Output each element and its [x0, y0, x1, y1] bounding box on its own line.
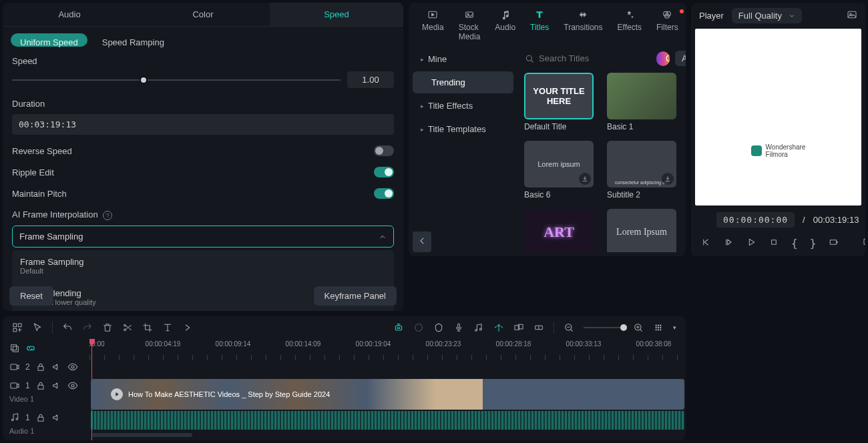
- tile-thumbnail[interactable]: Lorem ipsum: [524, 141, 594, 187]
- reset-button[interactable]: Reset: [9, 286, 53, 306]
- slider-knob[interactable]: [140, 76, 148, 84]
- select-tool[interactable]: [32, 322, 43, 333]
- sidebar-item-title-templates[interactable]: ▸Title Templates: [413, 118, 513, 140]
- lock-icon[interactable]: [35, 380, 46, 391]
- reverse-switch[interactable]: [374, 145, 394, 156]
- pill-speed-ramping[interactable]: Speed Ramping: [93, 33, 174, 47]
- player-quality-dropdown[interactable]: Full Quality: [732, 8, 802, 23]
- ripple-switch[interactable]: [374, 167, 394, 177]
- prev-frame-button[interactable]: [700, 237, 711, 250]
- text-button[interactable]: [162, 322, 173, 333]
- video-layer-icon[interactable]: [9, 362, 20, 372]
- tab-audio[interactable]: Audio: [488, 7, 522, 35]
- magnet-button[interactable]: [493, 322, 504, 333]
- speed-value[interactable]: 1.00: [347, 71, 394, 88]
- timeline-ruler[interactable]: 00:00 00:00:04:19 00:00:09:14 00:00:14:0…: [89, 339, 686, 360]
- tab-transitions[interactable]: Transitions: [557, 7, 609, 35]
- zoom-in-button[interactable]: [633, 322, 644, 333]
- group-button[interactable]: [513, 322, 524, 333]
- audio-sync-button[interactable]: [473, 322, 484, 333]
- tile-thumbnail[interactable]: [607, 73, 676, 119]
- inspector-tab-color[interactable]: Color: [136, 3, 270, 26]
- redo-button[interactable]: [82, 322, 93, 333]
- library-search[interactable]: [524, 53, 651, 64]
- timeline-scrollbar[interactable]: [92, 433, 192, 437]
- title-tile[interactable]: YOUR TITLE HERE Default Title: [524, 73, 594, 131]
- more-tools-button[interactable]: [182, 322, 193, 333]
- slider-knob[interactable]: [620, 324, 627, 331]
- audio-track-icon[interactable]: [9, 412, 20, 423]
- duration-value[interactable]: 00:03:19:13: [12, 114, 394, 135]
- title-tile[interactable]: Lorem Ipsum: [607, 209, 676, 252]
- play-in-button[interactable]: [723, 237, 734, 250]
- tile-thumbnail[interactable]: Lorem Ipsum: [607, 209, 676, 252]
- lock-icon[interactable]: [35, 412, 46, 423]
- sidebar-item-label: Title Effects: [428, 101, 473, 111]
- pill-uniform-speed[interactable]: Uniform Speed: [11, 33, 87, 47]
- link-icon[interactable]: [25, 343, 36, 354]
- stop-button[interactable]: [769, 237, 779, 250]
- snapshot-button[interactable]: [847, 9, 857, 22]
- tab-effects[interactable]: Effects: [611, 7, 648, 35]
- inspector-tab-speed[interactable]: Speed: [270, 3, 403, 26]
- crop-button[interactable]: [142, 322, 153, 333]
- title-tile[interactable]: ART: [524, 209, 594, 252]
- sidebar-item-trending[interactable]: Trending: [413, 71, 513, 93]
- tab-media[interactable]: Media: [415, 7, 451, 35]
- voice-button[interactable]: [453, 322, 464, 333]
- title-tile[interactable]: consectetur adipiscing elit Subtitle 2: [607, 141, 676, 199]
- sidebar-item-mine[interactable]: ▸Mine: [413, 48, 513, 70]
- search-input[interactable]: [539, 53, 651, 63]
- delete-button[interactable]: [102, 322, 113, 333]
- player-canvas[interactable]: WondershareFilmora: [695, 29, 861, 205]
- creative-assets-chip[interactable]: Creative Assets: [656, 51, 670, 66]
- mute-icon[interactable]: [51, 412, 62, 423]
- keyframe-button[interactable]: [533, 322, 544, 333]
- mute-icon[interactable]: [51, 380, 62, 391]
- video-clip[interactable]: How To Make AESTHETIC Videos _ Step by S…: [91, 379, 684, 410]
- inspector-tab-audio[interactable]: Audio: [3, 3, 136, 26]
- tab-filters[interactable]: Filters: [650, 7, 685, 35]
- tile-thumbnail[interactable]: consectetur adipiscing elit: [607, 141, 676, 187]
- interp-select[interactable]: Frame Sampling: [12, 226, 394, 248]
- filter-all-dropdown[interactable]: All: [675, 51, 686, 66]
- video-track-icon[interactable]: [9, 380, 20, 391]
- tile-thumbnail[interactable]: ART: [524, 209, 594, 252]
- layers-icon[interactable]: [9, 343, 20, 354]
- sidebar-item-title-effects[interactable]: ▸Title Effects: [413, 95, 513, 117]
- audio-waveform[interactable]: [91, 411, 684, 430]
- download-icon[interactable]: [579, 173, 591, 185]
- zoom-out-button[interactable]: [564, 322, 574, 333]
- view-grid-button[interactable]: [653, 322, 664, 333]
- lock-icon[interactable]: [35, 362, 46, 372]
- tab-stock-media[interactable]: Stock Media: [452, 7, 487, 44]
- mute-icon[interactable]: [51, 362, 62, 372]
- display-button[interactable]: [863, 237, 865, 250]
- eye-icon[interactable]: [67, 380, 78, 391]
- zoom-slider[interactable]: [584, 327, 624, 328]
- svg-point-37: [656, 330, 656, 330]
- add-track-button[interactable]: [12, 322, 23, 333]
- marker-button[interactable]: [433, 322, 444, 333]
- tile-thumbnail[interactable]: YOUR TITLE HERE: [524, 73, 594, 119]
- play-button[interactable]: [746, 237, 756, 250]
- speed-slider[interactable]: [12, 79, 341, 81]
- sidebar-collapse-button[interactable]: [413, 232, 431, 252]
- dropdown-item-frame-sampling[interactable]: Frame Sampling Default: [12, 250, 394, 282]
- keyframe-panel-button[interactable]: Keyframe Panel: [314, 286, 397, 306]
- undo-button[interactable]: [62, 322, 73, 333]
- ai-robot-button[interactable]: [393, 322, 404, 333]
- view-menu-button[interactable]: ▾: [673, 324, 676, 331]
- color-wheel-button[interactable]: [413, 322, 424, 333]
- download-icon[interactable]: [662, 173, 674, 185]
- mark-in-button[interactable]: {: [791, 237, 798, 250]
- tab-titles[interactable]: Titles: [523, 7, 556, 35]
- title-tile[interactable]: Lorem ipsum Basic 6: [524, 141, 594, 199]
- title-tile[interactable]: Basic 1: [607, 73, 676, 131]
- help-icon[interactable]: ?: [103, 211, 112, 220]
- eye-icon[interactable]: [67, 362, 78, 372]
- pitch-switch[interactable]: [374, 188, 394, 199]
- split-button[interactable]: [122, 322, 133, 333]
- ratio-button[interactable]: [828, 237, 839, 250]
- mark-out-button[interactable]: }: [810, 237, 817, 250]
